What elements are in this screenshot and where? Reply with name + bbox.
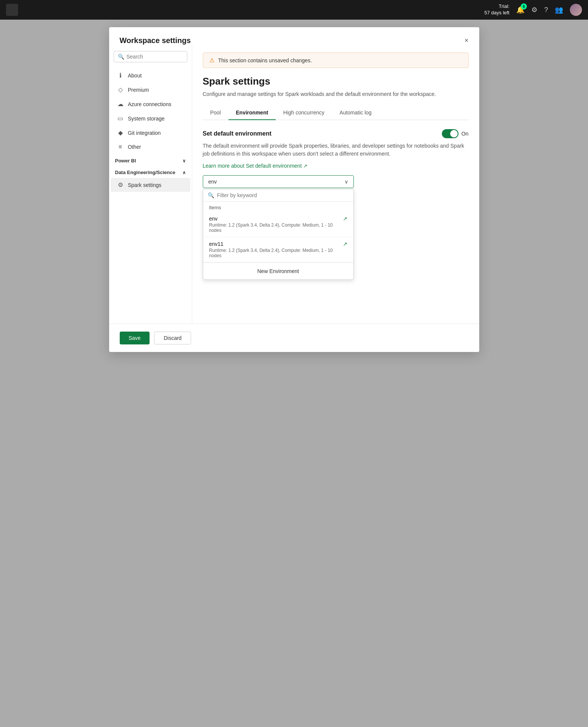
dropdown-current-value: env — [208, 179, 217, 185]
people-icon[interactable]: 👥 — [555, 6, 563, 14]
new-environment-button[interactable]: New Environment — [203, 262, 353, 279]
dialog-title: Workspace settings — [120, 36, 191, 45]
sidebar-item-label-premium: Premium — [128, 87, 149, 93]
env11-external-link-icon[interactable]: ↗ — [343, 241, 347, 247]
dropdown-button[interactable]: env ∨ — [203, 175, 354, 188]
dialog-footer: Save Discard — [109, 324, 479, 352]
sidebar-item-label-git: Git integration — [128, 130, 161, 136]
search-input[interactable] — [127, 54, 183, 60]
env-external-link-icon[interactable]: ↗ — [343, 216, 347, 222]
dropdown-item-env11-info: env11 Runtime: 1.2 (Spark 3.4, Delta 2.4… — [209, 241, 343, 258]
sidebar-item-label-azure: Azure connections — [128, 101, 171, 107]
search-icon: 🔍 — [118, 54, 124, 60]
other-icon: ≡ — [117, 144, 124, 150]
notification-badge: 5 — [521, 3, 527, 9]
chevron-down-icon: ∨ — [182, 158, 186, 164]
help-icon[interactable]: ? — [544, 6, 548, 14]
environment-dropdown: env ∨ 🔍 Items env — [203, 175, 469, 188]
user-avatar[interactable] — [570, 4, 582, 16]
sidebar-item-azure[interactable]: ☁ Azure connections — [111, 97, 190, 111]
dropdown-item-env11-name: env11 — [209, 241, 343, 247]
search-box[interactable]: 🔍 — [114, 51, 187, 62]
close-button[interactable]: × — [465, 37, 469, 45]
tab-environment[interactable]: Environment — [228, 106, 276, 120]
trial-label: Trial: — [484, 3, 509, 10]
dropdown-item-env-info: env Runtime: 1.2 (Spark 3.4, Delta 2.4),… — [209, 216, 343, 233]
trial-info: Trial: 57 days left — [484, 3, 509, 16]
workspace-settings-dialog: Workspace settings × 🔍 ℹ About ◇ Premium — [109, 27, 479, 352]
dropdown-panel: 🔍 Items env Runtime: 1.2 (Spark 3.4, Del… — [203, 189, 354, 280]
toggle-container: On — [442, 129, 469, 138]
dropdown-item-env11-desc: Runtime: 1.2 (Spark 3.4, Delta 2.4), Com… — [209, 248, 343, 258]
toggle-label: On — [461, 131, 469, 137]
info-icon: ℹ — [117, 72, 124, 79]
premium-icon: ◇ — [117, 86, 124, 93]
warning-banner: ⚠ This section contains unsaved changes. — [203, 52, 469, 68]
sidebar-item-premium[interactable]: ◇ Premium — [111, 83, 190, 97]
tab-high-concurrency[interactable]: High concurrency — [276, 106, 332, 120]
environment-toggle[interactable] — [442, 129, 458, 138]
dropdown-item-env-name: env — [209, 216, 343, 222]
sidebar-item-label-other: Other — [128, 144, 141, 150]
page-title: Spark settings — [203, 76, 469, 87]
app-logo — [6, 4, 18, 16]
dropdown-item-env-desc: Runtime: 1.2 (Spark 3.4, Delta 2.4), Com… — [209, 222, 343, 233]
dropdown-item-env11[interactable]: env11 Runtime: 1.2 (Spark 3.4, Delta 2.4… — [203, 237, 353, 262]
topbar-left — [6, 4, 18, 16]
sidebar-item-label-spark: Spark settings — [128, 182, 162, 188]
warning-icon: ⚠ — [209, 57, 215, 64]
set-default-env-row: Set default environment On — [203, 129, 469, 138]
filter-search-icon: 🔍 — [208, 192, 214, 198]
topbar-right: Trial: 57 days left 🔔 5 ⚙ ? 👥 — [484, 3, 582, 16]
external-link-icon: ↗ — [303, 163, 307, 169]
learn-more-text: Learn more about Set default environment — [203, 163, 302, 169]
sidebar: 🔍 ℹ About ◇ Premium ☁ Azure connections … — [109, 45, 192, 324]
warning-text: This section contains unsaved changes. — [218, 57, 312, 63]
tab-pool[interactable]: Pool — [203, 106, 228, 120]
dropdown-item-env-row: env Runtime: 1.2 (Spark 3.4, Delta 2.4),… — [209, 216, 347, 233]
trial-days: 57 days left — [484, 10, 509, 16]
filter-input[interactable] — [217, 192, 349, 198]
dropdown-chevron-icon: ∨ — [344, 179, 348, 185]
section-power-bi-label: Power BI — [115, 158, 136, 164]
topbar: Trial: 57 days left 🔔 5 ⚙ ? 👥 — [0, 0, 588, 20]
tab-automatic-log[interactable]: Automatic log — [332, 106, 379, 120]
section-data-engineering[interactable]: Data Engineering/Science ∧ — [109, 166, 192, 178]
dropdown-section-header: Items — [203, 202, 353, 212]
settings-icon[interactable]: ⚙ — [531, 6, 537, 14]
dropdown-item-env[interactable]: env Runtime: 1.2 (Spark 3.4, Delta 2.4),… — [203, 212, 353, 237]
sidebar-item-label-storage: System storage — [128, 116, 165, 122]
dropdown-filter: 🔍 — [203, 189, 353, 202]
sidebar-item-other[interactable]: ≡ Other — [111, 140, 190, 154]
dialog-overlay: Workspace settings × 🔍 ℹ About ◇ Premium — [0, 20, 588, 727]
sidebar-item-git[interactable]: ◆ Git integration — [111, 126, 190, 140]
sidebar-item-label-about: About — [128, 73, 142, 79]
sidebar-item-spark-settings[interactable]: ⚙ Spark settings — [111, 178, 190, 192]
chevron-up-icon: ∧ — [182, 170, 186, 175]
storage-icon: ▭ — [117, 115, 124, 122]
main-content: ⚠ This section contains unsaved changes.… — [192, 45, 479, 324]
section-title: Set default environment — [203, 130, 272, 137]
sidebar-item-storage[interactable]: ▭ System storage — [111, 111, 190, 125]
dialog-header: Workspace settings × — [109, 27, 479, 45]
save-button[interactable]: Save — [120, 332, 150, 344]
section-desc: The default environment will provide Spa… — [203, 142, 469, 158]
git-icon: ◆ — [117, 129, 124, 136]
page-desc: Configure and manage settings for Spark … — [203, 90, 469, 98]
notification-icon[interactable]: 🔔 5 — [516, 6, 525, 14]
sidebar-item-about[interactable]: ℹ About — [111, 68, 190, 82]
discard-button[interactable]: Discard — [154, 332, 191, 344]
cloud-icon: ☁ — [117, 100, 124, 108]
section-data-engineering-label: Data Engineering/Science — [115, 170, 176, 175]
learn-more-link[interactable]: Learn more about Set default environment… — [203, 163, 307, 169]
dropdown-item-env11-row: env11 Runtime: 1.2 (Spark 3.4, Delta 2.4… — [209, 241, 347, 258]
dialog-body: 🔍 ℹ About ◇ Premium ☁ Azure connections … — [109, 45, 479, 324]
spark-icon: ⚙ — [117, 181, 124, 188]
section-power-bi[interactable]: Power BI ∨ — [109, 154, 192, 166]
tab-bar: Pool Environment High concurrency Automa… — [203, 106, 469, 120]
